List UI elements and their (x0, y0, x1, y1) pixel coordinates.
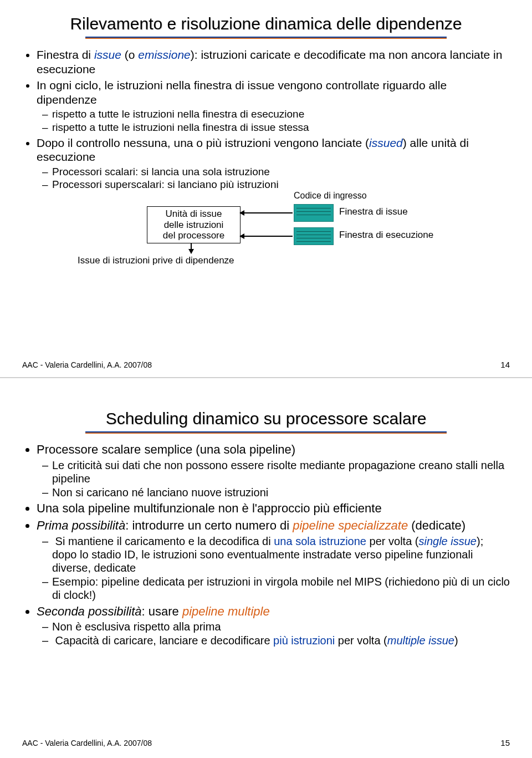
bullet-item: Seconda possibilità: usare pipeline mult… (37, 604, 510, 648)
bullet-item: Dopo il controllo nessuna, una o più ist… (37, 136, 510, 191)
term-pipeline-spec: pipeline specializzate (293, 518, 408, 532)
sub-item: Si mantiene il caricamento e la decodifi… (52, 535, 510, 575)
text: Finestra di (37, 48, 94, 61)
text: (o (121, 48, 138, 61)
text: ) (454, 634, 458, 647)
bullet-item: Una sola pipeline multifunzionale non è … (37, 501, 510, 516)
title-underline (85, 37, 446, 39)
bullet-item: Finestra di issue (o emissione): istruzi… (37, 48, 510, 76)
text: per volta ( (335, 634, 387, 647)
sub-item: Capacità di caricare, lanciare e decodif… (52, 634, 510, 647)
text: Si mantiene il caricamento e la decodifi… (55, 535, 274, 547)
page-number: 14 (500, 360, 510, 369)
diagram-bottom-label: Issue di istruzioni prive di dipendenze (78, 255, 234, 266)
bullet-list: Processore scalare semplice (una sola pi… (22, 442, 510, 647)
text: delle istruzioni (151, 220, 237, 231)
text: : introdurre un certo numero di (125, 518, 293, 532)
sub-list: Si mantiene il caricamento e la decodifi… (37, 535, 510, 602)
slide-title: Rilevamento e risoluzione dinamica delle… (22, 14, 510, 33)
text: del processore (151, 230, 237, 241)
issue-diagram: Codice di ingresso Unità di issue delle … (78, 193, 477, 265)
text: Dopo il controllo nessuna, una o più ist… (37, 136, 369, 149)
sub-item: rispetto a tutte le istruzioni nella fin… (52, 121, 510, 134)
term-prima: Prima possibilità (37, 518, 125, 532)
term-una-sola: una sola istruzione (274, 535, 366, 547)
term-single-issue: single issue (418, 535, 477, 547)
diagram-queue-issue (294, 204, 334, 222)
text: per volta ( (366, 535, 418, 547)
sub-item: Esempio: pipeline dedicata per istruzion… (52, 575, 510, 602)
sub-item: rispetto a tutte le istruzioni nella fin… (52, 108, 510, 120)
bullet-item: Prima possibilità: introdurre un certo n… (37, 518, 510, 602)
slide-title: Scheduling dinamico su processore scalar… (22, 409, 510, 428)
diagram-label-ingresso: Codice di ingresso (294, 191, 367, 201)
sub-list: Le criticità sui dati che non possono es… (37, 459, 510, 499)
sub-item: Processori scalari: si lancia una sola i… (52, 165, 510, 178)
text: In ogni ciclo, le istruzioni nella fines… (37, 79, 447, 106)
arrow-icon (240, 212, 293, 213)
sub-list: Processori scalari: si lancia una sola i… (37, 165, 510, 191)
arrow-down-icon (191, 243, 192, 253)
bullet-item: Processore scalare semplice (una sola pi… (37, 442, 510, 499)
sub-item: Non è esclusiva rispetto alla prima (52, 620, 510, 633)
footer-credit: AAC - Valeria Cardellini, A.A. 2007/08 (22, 739, 152, 747)
text: Capacità di caricare, lanciare e decodif… (55, 634, 274, 647)
sub-list: Non è esclusiva rispetto alla prima Capa… (37, 620, 510, 647)
term-seconda: Seconda possibilità (37, 604, 142, 618)
title-underline (85, 431, 446, 434)
slide-footer: AAC - Valeria Cardellini, A.A. 2007/08 1… (22, 738, 510, 747)
bullet-list: Finestra di issue (o emissione): istruzi… (22, 48, 510, 191)
diagram-label-finestra-esec: Finestra di esecuzione (339, 230, 433, 241)
term-pipeline-mult: pipeline multiple (182, 604, 270, 618)
sub-list: rispetto a tutte le istruzioni nella fin… (37, 108, 510, 133)
term-multiple-issue: multiple issue (387, 634, 454, 647)
slide-footer: AAC - Valeria Cardellini, A.A. 2007/08 1… (22, 360, 510, 369)
slide-2: Scheduling dinamico su processore scalar… (0, 378, 532, 755)
term-piu-istr: più istruzioni (273, 634, 335, 647)
term-issue: issue (94, 48, 121, 61)
text: Processore scalare semplice (una sola pi… (37, 442, 295, 456)
text: : usare (142, 604, 182, 618)
footer-credit: AAC - Valeria Cardellini, A.A. 2007/08 (22, 360, 152, 369)
term-emissione: emissione (138, 48, 191, 61)
arrow-icon (240, 236, 293, 237)
bullet-item: In ogni ciclo, le istruzioni nella fines… (37, 78, 510, 134)
slide-1: Rilevamento e risoluzione dinamica delle… (0, 0, 532, 377)
sub-item: Le criticità sui dati che non possono es… (52, 459, 510, 486)
sub-item: Processori superscalari: si lanciano più… (52, 178, 510, 191)
sub-item: Non si caricano né lanciano nuove istruz… (52, 486, 510, 499)
text: Unità di issue (151, 208, 237, 220)
diagram-issue-unit-box: Unità di issue delle istruzioni del proc… (147, 206, 241, 243)
text: (dedicate) (408, 518, 466, 532)
term-issued: issued (369, 136, 403, 149)
diagram-label-finestra-issue: Finestra di issue (339, 206, 408, 217)
page-number: 15 (500, 738, 510, 747)
diagram-queue-exec (294, 227, 334, 245)
